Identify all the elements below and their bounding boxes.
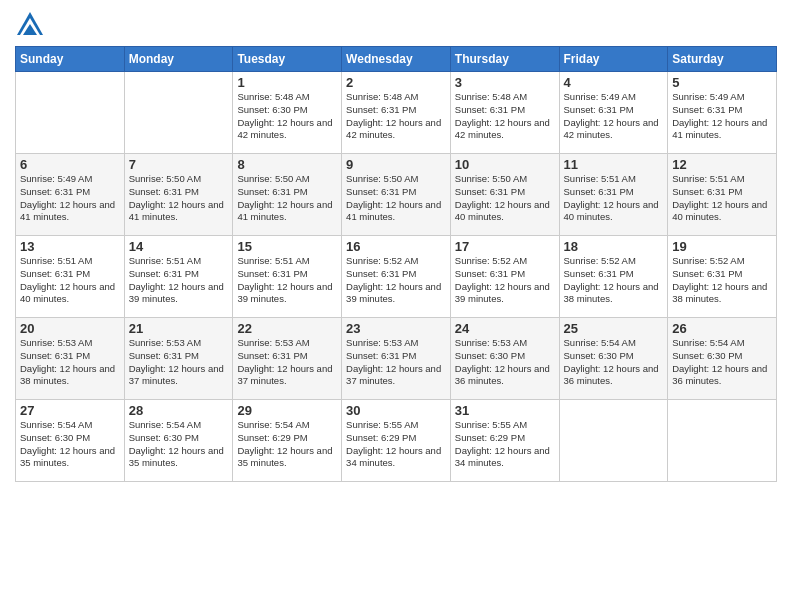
day-info: Sunrise: 5:49 AM Sunset: 6:31 PM Dayligh… — [672, 91, 772, 142]
day-info: Sunrise: 5:48 AM Sunset: 6:31 PM Dayligh… — [455, 91, 555, 142]
calendar-cell — [559, 400, 668, 482]
day-number: 17 — [455, 239, 555, 254]
calendar-cell: 31Sunrise: 5:55 AM Sunset: 6:29 PM Dayli… — [450, 400, 559, 482]
day-number: 23 — [346, 321, 446, 336]
calendar-week-4: 20Sunrise: 5:53 AM Sunset: 6:31 PM Dayli… — [16, 318, 777, 400]
day-number: 1 — [237, 75, 337, 90]
day-info: Sunrise: 5:55 AM Sunset: 6:29 PM Dayligh… — [455, 419, 555, 470]
day-number: 19 — [672, 239, 772, 254]
day-number: 12 — [672, 157, 772, 172]
day-number: 18 — [564, 239, 664, 254]
day-number: 26 — [672, 321, 772, 336]
calendar-cell: 13Sunrise: 5:51 AM Sunset: 6:31 PM Dayli… — [16, 236, 125, 318]
day-number: 7 — [129, 157, 229, 172]
day-number: 29 — [237, 403, 337, 418]
header — [15, 10, 777, 40]
logo — [15, 10, 49, 40]
day-number: 16 — [346, 239, 446, 254]
day-info: Sunrise: 5:54 AM Sunset: 6:30 PM Dayligh… — [20, 419, 120, 470]
calendar-cell: 12Sunrise: 5:51 AM Sunset: 6:31 PM Dayli… — [668, 154, 777, 236]
day-info: Sunrise: 5:51 AM Sunset: 6:31 PM Dayligh… — [129, 255, 229, 306]
day-info: Sunrise: 5:54 AM Sunset: 6:30 PM Dayligh… — [564, 337, 664, 388]
calendar-header-sunday: Sunday — [16, 47, 125, 72]
day-info: Sunrise: 5:50 AM Sunset: 6:31 PM Dayligh… — [346, 173, 446, 224]
day-info: Sunrise: 5:51 AM Sunset: 6:31 PM Dayligh… — [237, 255, 337, 306]
calendar-cell: 18Sunrise: 5:52 AM Sunset: 6:31 PM Dayli… — [559, 236, 668, 318]
calendar-cell: 24Sunrise: 5:53 AM Sunset: 6:30 PM Dayli… — [450, 318, 559, 400]
calendar-cell: 19Sunrise: 5:52 AM Sunset: 6:31 PM Dayli… — [668, 236, 777, 318]
calendar-cell: 23Sunrise: 5:53 AM Sunset: 6:31 PM Dayli… — [342, 318, 451, 400]
day-info: Sunrise: 5:48 AM Sunset: 6:31 PM Dayligh… — [346, 91, 446, 142]
calendar-header-monday: Monday — [124, 47, 233, 72]
day-info: Sunrise: 5:49 AM Sunset: 6:31 PM Dayligh… — [20, 173, 120, 224]
calendar-cell: 15Sunrise: 5:51 AM Sunset: 6:31 PM Dayli… — [233, 236, 342, 318]
day-number: 2 — [346, 75, 446, 90]
calendar-cell: 8Sunrise: 5:50 AM Sunset: 6:31 PM Daylig… — [233, 154, 342, 236]
calendar-cell: 20Sunrise: 5:53 AM Sunset: 6:31 PM Dayli… — [16, 318, 125, 400]
day-info: Sunrise: 5:54 AM Sunset: 6:29 PM Dayligh… — [237, 419, 337, 470]
calendar-cell: 25Sunrise: 5:54 AM Sunset: 6:30 PM Dayli… — [559, 318, 668, 400]
day-info: Sunrise: 5:53 AM Sunset: 6:31 PM Dayligh… — [346, 337, 446, 388]
calendar-header-row: SundayMondayTuesdayWednesdayThursdayFrid… — [16, 47, 777, 72]
day-info: Sunrise: 5:55 AM Sunset: 6:29 PM Dayligh… — [346, 419, 446, 470]
calendar-cell: 1Sunrise: 5:48 AM Sunset: 6:30 PM Daylig… — [233, 72, 342, 154]
calendar-cell: 9Sunrise: 5:50 AM Sunset: 6:31 PM Daylig… — [342, 154, 451, 236]
calendar-cell: 6Sunrise: 5:49 AM Sunset: 6:31 PM Daylig… — [16, 154, 125, 236]
day-number: 3 — [455, 75, 555, 90]
calendar-cell: 2Sunrise: 5:48 AM Sunset: 6:31 PM Daylig… — [342, 72, 451, 154]
calendar-cell: 29Sunrise: 5:54 AM Sunset: 6:29 PM Dayli… — [233, 400, 342, 482]
logo-icon — [15, 10, 45, 40]
day-info: Sunrise: 5:49 AM Sunset: 6:31 PM Dayligh… — [564, 91, 664, 142]
day-info: Sunrise: 5:48 AM Sunset: 6:30 PM Dayligh… — [237, 91, 337, 142]
calendar-table: SundayMondayTuesdayWednesdayThursdayFrid… — [15, 46, 777, 482]
day-info: Sunrise: 5:54 AM Sunset: 6:30 PM Dayligh… — [672, 337, 772, 388]
calendar-cell: 3Sunrise: 5:48 AM Sunset: 6:31 PM Daylig… — [450, 72, 559, 154]
day-number: 11 — [564, 157, 664, 172]
calendar-cell: 30Sunrise: 5:55 AM Sunset: 6:29 PM Dayli… — [342, 400, 451, 482]
day-info: Sunrise: 5:53 AM Sunset: 6:31 PM Dayligh… — [237, 337, 337, 388]
day-number: 10 — [455, 157, 555, 172]
day-number: 30 — [346, 403, 446, 418]
calendar-cell: 4Sunrise: 5:49 AM Sunset: 6:31 PM Daylig… — [559, 72, 668, 154]
day-number: 14 — [129, 239, 229, 254]
calendar-cell: 22Sunrise: 5:53 AM Sunset: 6:31 PM Dayli… — [233, 318, 342, 400]
day-info: Sunrise: 5:51 AM Sunset: 6:31 PM Dayligh… — [20, 255, 120, 306]
day-info: Sunrise: 5:53 AM Sunset: 6:31 PM Dayligh… — [129, 337, 229, 388]
day-info: Sunrise: 5:50 AM Sunset: 6:31 PM Dayligh… — [129, 173, 229, 224]
day-number: 8 — [237, 157, 337, 172]
calendar-cell — [124, 72, 233, 154]
calendar-week-1: 1Sunrise: 5:48 AM Sunset: 6:30 PM Daylig… — [16, 72, 777, 154]
calendar-cell: 11Sunrise: 5:51 AM Sunset: 6:31 PM Dayli… — [559, 154, 668, 236]
day-number: 13 — [20, 239, 120, 254]
day-number: 6 — [20, 157, 120, 172]
day-number: 24 — [455, 321, 555, 336]
day-number: 27 — [20, 403, 120, 418]
calendar-header-wednesday: Wednesday — [342, 47, 451, 72]
day-info: Sunrise: 5:51 AM Sunset: 6:31 PM Dayligh… — [564, 173, 664, 224]
day-number: 21 — [129, 321, 229, 336]
day-number: 20 — [20, 321, 120, 336]
day-number: 25 — [564, 321, 664, 336]
calendar-cell: 17Sunrise: 5:52 AM Sunset: 6:31 PM Dayli… — [450, 236, 559, 318]
day-number: 5 — [672, 75, 772, 90]
calendar-cell: 7Sunrise: 5:50 AM Sunset: 6:31 PM Daylig… — [124, 154, 233, 236]
day-info: Sunrise: 5:53 AM Sunset: 6:30 PM Dayligh… — [455, 337, 555, 388]
day-number: 4 — [564, 75, 664, 90]
calendar-cell: 5Sunrise: 5:49 AM Sunset: 6:31 PM Daylig… — [668, 72, 777, 154]
day-info: Sunrise: 5:52 AM Sunset: 6:31 PM Dayligh… — [672, 255, 772, 306]
calendar-week-3: 13Sunrise: 5:51 AM Sunset: 6:31 PM Dayli… — [16, 236, 777, 318]
calendar-week-2: 6Sunrise: 5:49 AM Sunset: 6:31 PM Daylig… — [16, 154, 777, 236]
day-info: Sunrise: 5:52 AM Sunset: 6:31 PM Dayligh… — [564, 255, 664, 306]
calendar-cell: 28Sunrise: 5:54 AM Sunset: 6:30 PM Dayli… — [124, 400, 233, 482]
day-info: Sunrise: 5:54 AM Sunset: 6:30 PM Dayligh… — [129, 419, 229, 470]
page: SundayMondayTuesdayWednesdayThursdayFrid… — [0, 0, 792, 612]
day-number: 9 — [346, 157, 446, 172]
calendar-header-saturday: Saturday — [668, 47, 777, 72]
day-info: Sunrise: 5:53 AM Sunset: 6:31 PM Dayligh… — [20, 337, 120, 388]
day-number: 31 — [455, 403, 555, 418]
day-info: Sunrise: 5:52 AM Sunset: 6:31 PM Dayligh… — [455, 255, 555, 306]
calendar-week-5: 27Sunrise: 5:54 AM Sunset: 6:30 PM Dayli… — [16, 400, 777, 482]
calendar-header-tuesday: Tuesday — [233, 47, 342, 72]
calendar-cell: 16Sunrise: 5:52 AM Sunset: 6:31 PM Dayli… — [342, 236, 451, 318]
day-number: 28 — [129, 403, 229, 418]
